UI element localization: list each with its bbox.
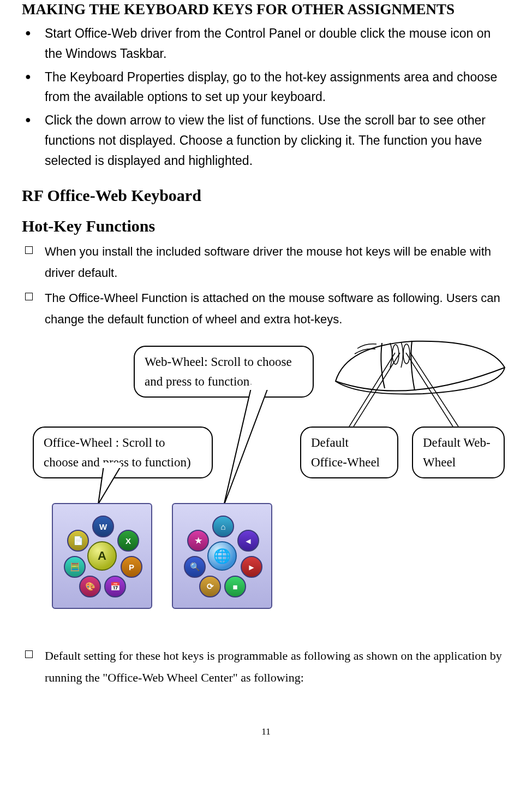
heading-sub2: Hot-Key Functions: [22, 217, 510, 235]
list-item: The Keyboard Properties display, go to t…: [45, 67, 510, 108]
svg-line-2: [349, 353, 395, 427]
radial-menu: W X P 📅 🎨 🧮 📄 A: [64, 518, 140, 594]
callout-text: Default Web-Wheel: [423, 436, 491, 469]
heading-sub1: RF Office-Web Keyboard: [22, 186, 510, 205]
radial-item-doc-icon[interactable]: 📄: [67, 530, 89, 552]
radial-item-calculator-icon[interactable]: 🧮: [64, 556, 86, 578]
heading-main: MAKING THE KEYBOARD KEYS FOR OTHER ASSIG…: [22, 0, 510, 19]
radial-item-search-icon[interactable]: 🔍: [184, 556, 206, 578]
radial-item-paint-icon[interactable]: 🎨: [79, 576, 101, 597]
radial-center[interactable]: A: [87, 541, 117, 571]
top-bullet-list: Start Office-Web driver from the Control…: [22, 23, 510, 171]
radial-item-forward-icon[interactable]: ►: [241, 556, 262, 578]
callout-text: Web-Wheel: Scroll to choose and press to…: [145, 355, 292, 388]
list-item: Default setting for these hot keys is pr…: [45, 645, 510, 688]
callout-text: Default Office-Wheel: [311, 436, 380, 469]
radial-item-powerpoint-icon[interactable]: P: [121, 556, 142, 578]
diagram-area: Web-Wheel: Scroll to choose and press to…: [22, 323, 510, 629]
page-number: 11: [22, 726, 510, 737]
radial-item-home-icon[interactable]: ⌂: [212, 516, 234, 537]
callout-office-wheel: Office-Wheel : Scroll to choose and pres…: [33, 427, 213, 478]
list-item: When you install the included software d…: [45, 241, 510, 284]
radial-item-calendar-icon[interactable]: 📅: [104, 576, 126, 597]
radial-item-back-icon[interactable]: ◄: [237, 530, 259, 552]
radial-item-excel-icon[interactable]: X: [117, 530, 139, 552]
svg-line-3: [354, 353, 400, 427]
web-wheel-widget[interactable]: ⌂ ◄ ► ■ ⟳ 🔍 ★ 🌐: [172, 503, 272, 609]
radial-item-refresh-icon[interactable]: ⟳: [199, 576, 221, 597]
svg-line-5: [410, 353, 458, 427]
radial-item-word-icon[interactable]: W: [92, 516, 114, 537]
radial-menu: ⌂ ◄ ► ■ ⟳ 🔍 ★ 🌐: [184, 518, 260, 594]
callout-default-web: Default Web-Wheel: [412, 427, 505, 478]
radial-item-favorite-icon[interactable]: ★: [187, 530, 209, 552]
svg-line-4: [406, 353, 453, 427]
radial-item-stop-icon[interactable]: ■: [224, 576, 246, 597]
callout-default-office: Default Office-Wheel: [300, 427, 398, 478]
list-item: Start Office-Web driver from the Control…: [45, 23, 510, 64]
office-wheel-widget[interactable]: W X P 📅 🎨 🧮 📄 A: [52, 503, 152, 609]
list-item: Click the down arrow to view the list of…: [45, 110, 510, 170]
callout-text: Office-Wheel : Scroll to choose and pres…: [44, 436, 191, 469]
callout-web-wheel: Web-Wheel: Scroll to choose and press to…: [134, 346, 314, 398]
mid-square-list: When you install the included software d…: [22, 241, 510, 330]
radial-center[interactable]: 🌐: [207, 541, 237, 571]
bottom-square-list: Default setting for these hot keys is pr…: [22, 645, 510, 688]
